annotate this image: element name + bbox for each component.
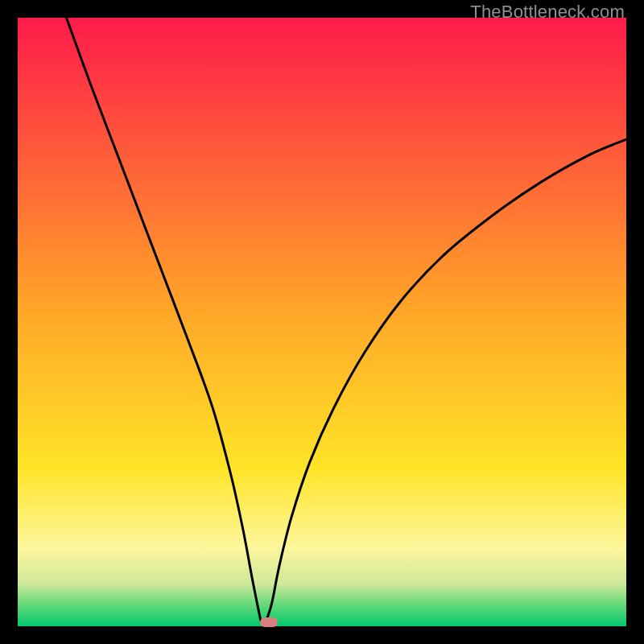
chart-frame	[18, 18, 626, 626]
bottleneck-chart	[18, 18, 626, 626]
gradient-background	[18, 18, 626, 626]
watermark-text: TheBottleneck.com	[470, 2, 625, 23]
optimum-marker	[260, 617, 278, 627]
